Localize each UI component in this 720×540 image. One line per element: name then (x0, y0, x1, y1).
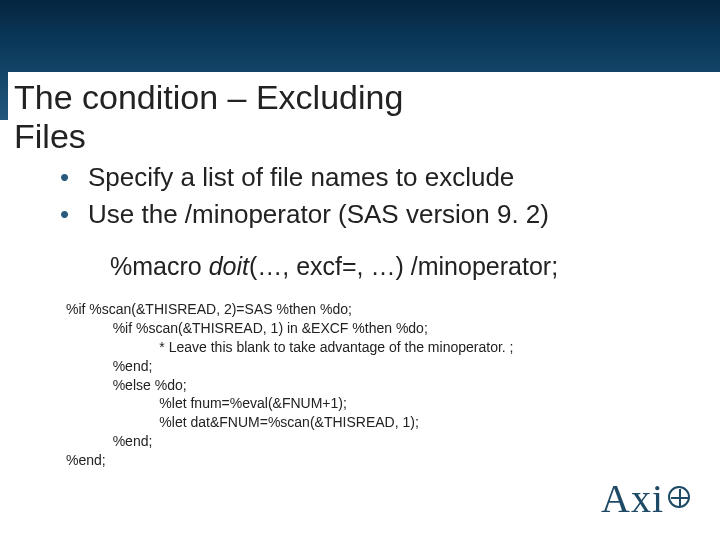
slide-title: The condition – Excluding Files (8, 72, 720, 162)
code-block: %if %scan(&THISREAD, 2)=SAS %then %do; %… (66, 300, 666, 470)
bullet-item: Use the /minoperator (SAS version 9. 2) (60, 197, 660, 232)
bullet-list: Specify a list of file names to exclude … (60, 160, 660, 234)
logo-text-part1: Axi (601, 475, 664, 522)
macro-args: (…, excf=, …) /minoperator; (249, 252, 558, 280)
macro-prefix: %macro (110, 252, 209, 280)
axio-logo: Axi (601, 475, 692, 522)
macro-declaration: %macro doit(…, excf=, …) /minoperator; (110, 252, 558, 281)
bullet-item: Specify a list of file names to exclude (60, 160, 660, 195)
slide: The condition – Excluding Files Specify … (0, 0, 720, 540)
logo-crosshair-icon (668, 486, 690, 508)
macro-name: doit (209, 252, 249, 280)
